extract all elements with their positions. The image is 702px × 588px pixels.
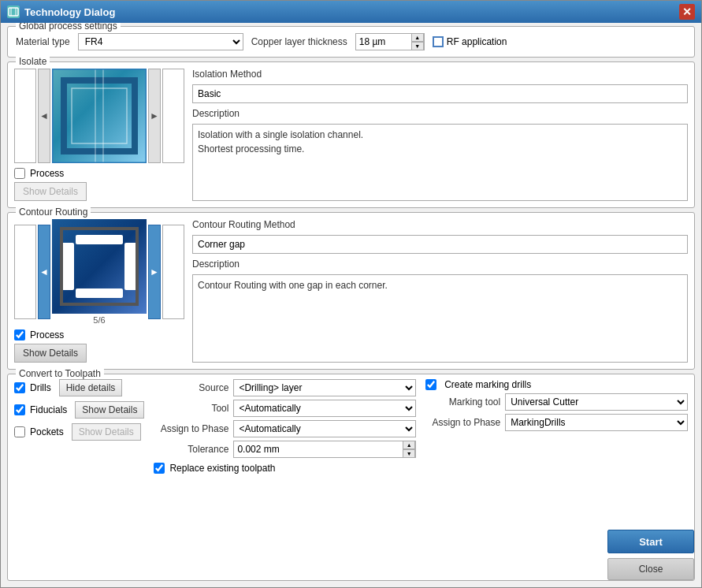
close-button[interactable]: ✕	[679, 4, 695, 20]
contour-method-input[interactable]	[192, 235, 688, 254]
spin-buttons: ▲ ▼	[411, 33, 424, 50]
close-dialog-button[interactable]: Close	[607, 558, 694, 580]
tool-label: Tool	[154, 403, 228, 414]
isolate-image	[52, 69, 147, 163]
start-button[interactable]: Start	[607, 530, 694, 553]
isolate-next-arrow[interactable]: ►	[148, 69, 161, 163]
fiducials-label: Fiducials	[30, 404, 67, 415]
contour-label: Contour Routing	[16, 207, 91, 218]
title-bar-icon	[7, 6, 20, 18]
hide-details-btn[interactable]: Hide details	[59, 379, 123, 396]
marking-tool-row: Marking tool Universal Cutter	[425, 393, 688, 411]
isolate-process-row: Process	[14, 168, 184, 179]
svg-rect-6	[72, 88, 127, 143]
isolate-process-checkbox[interactable]	[14, 168, 25, 179]
source-select[interactable]: <Drilling> layer	[233, 379, 416, 396]
create-marking-checkbox[interactable]	[425, 379, 436, 390]
replace-checkbox[interactable]	[154, 463, 165, 474]
isolate-description[interactable]: Isolation with a single isolation channe…	[192, 124, 688, 201]
tolerance-spin-buttons: ▲ ▼	[403, 441, 415, 458]
isolate-desc-label: Description	[192, 108, 688, 119]
spin-up-btn[interactable]: ▲	[411, 33, 424, 42]
fiducials-checkbox[interactable]	[14, 404, 25, 415]
contour-prev-arrow[interactable]: ◄	[38, 225, 50, 319]
isolate-show-details-wrapper: Show Details	[14, 182, 184, 201]
source-label: Source	[154, 382, 228, 393]
isolate-show-details-btn[interactable]: Show Details	[14, 182, 87, 201]
replace-row: Replace existing toolpath	[154, 463, 416, 474]
spin-down-btn[interactable]: ▼	[411, 42, 424, 50]
isolate-group: Isolate ◄	[7, 61, 695, 208]
material-type-label: Material type	[16, 36, 70, 47]
copper-thickness-input[interactable]	[356, 34, 411, 50]
isolate-method-input[interactable]	[192, 84, 688, 103]
svg-rect-0	[9, 8, 18, 16]
global-settings-group: Global process settings Material type FR…	[7, 26, 695, 58]
copper-thickness-spinbox[interactable]: ▲ ▼	[355, 33, 425, 50]
marking-assign-row: Assign to Phase MarkingDrills	[425, 414, 688, 431]
svg-rect-15	[76, 288, 123, 298]
contour-right-panel	[162, 225, 184, 319]
replace-label: Replace existing toolpath	[169, 463, 275, 474]
marking-tool-label: Marking tool	[425, 396, 500, 408]
pockets-show-btn[interactable]: Show Details	[72, 423, 141, 441]
contour-method-label: Contour Routing Method	[192, 219, 688, 230]
material-type-select[interactable]: FR4	[78, 33, 243, 50]
rf-application-check[interactable]: RF application	[433, 36, 507, 47]
tolerance-label: Tolerance	[154, 444, 228, 455]
contour-left-panel	[14, 225, 36, 319]
convert-items: Drills Hide details Fiducials Show Detai…	[14, 379, 144, 441]
drills-label: Drills	[30, 382, 51, 393]
svg-rect-3	[64, 80, 135, 151]
pockets-label: Pockets	[30, 426, 64, 437]
tolerance-spinbox[interactable]: ▲ ▼	[233, 441, 416, 458]
source-row: Source <Drilling> layer	[154, 379, 416, 396]
convert-label: Convert to Toolpath	[16, 368, 104, 379]
isolate-carousel: ◄	[14, 69, 184, 201]
rf-label: RF application	[447, 36, 507, 47]
global-settings-row: Material type FR4 Copper layer thickness…	[16, 33, 686, 50]
isolate-process-label: Process	[30, 168, 64, 179]
contour-process-checkbox[interactable]	[14, 329, 25, 341]
convert-layout: Drills Hide details Fiducials Show Detai…	[14, 379, 688, 474]
convert-toolpath-group: Convert to Toolpath Drills Hide details …	[7, 374, 695, 581]
svg-rect-10	[60, 227, 139, 230]
contour-process-label: Process	[30, 329, 64, 341]
isolate-label: Isolate	[16, 56, 50, 67]
contour-group: Contour Routing ◄	[7, 212, 695, 370]
contour-image	[52, 219, 147, 314]
isolate-prev-arrow[interactable]: ◄	[38, 69, 50, 163]
rf-checkbox[interactable]	[433, 36, 444, 47]
isolate-method-label: Isolation Method	[192, 69, 688, 80]
drills-checkbox[interactable]	[14, 382, 25, 393]
assign-phase-select[interactable]: <Automatically	[233, 420, 416, 437]
marking-tool-select[interactable]: Universal Cutter	[505, 393, 688, 411]
carousel-row: ◄	[14, 69, 184, 163]
contour-next-arrow[interactable]: ►	[148, 225, 161, 319]
contour-show-details-btn[interactable]: Show Details	[14, 344, 87, 363]
pockets-checkbox[interactable]	[14, 426, 25, 437]
marking-assign-select[interactable]: MarkingDrills	[505, 414, 688, 431]
tolerance-up-btn[interactable]: ▲	[403, 441, 415, 449]
tolerance-input[interactable]	[234, 441, 403, 457]
fiducials-show-btn[interactable]: Show Details	[75, 401, 144, 419]
contour-description[interactable]: Contour Routing with one gap in each cor…	[192, 274, 688, 363]
svg-rect-14	[76, 235, 123, 244]
tolerance-down-btn[interactable]: ▼	[403, 449, 415, 458]
tolerance-row: Tolerance ▲ ▼	[154, 441, 416, 458]
isolate-right-panel	[162, 69, 184, 163]
global-settings-label: Global process settings	[16, 23, 121, 32]
svg-rect-12	[60, 227, 63, 306]
isolate-left-panel	[14, 69, 36, 163]
contour-carousel-row: ◄	[14, 219, 184, 325]
isolate-inner: ◄	[14, 69, 688, 201]
tool-select[interactable]: <Automatically	[233, 400, 416, 417]
fiducials-row: Fiducials Show Details	[14, 401, 144, 419]
bottom-buttons: Start Close	[607, 530, 694, 580]
svg-rect-11	[60, 303, 139, 306]
isolate-method-panel: Isolation Method Description Isolation w…	[192, 69, 688, 201]
assign-phase-label: Assign to Phase	[154, 423, 228, 434]
title-bar: Technology Dialog ✕	[1, 1, 701, 23]
contour-inner: ◄	[14, 219, 688, 363]
convert-middle: Source <Drilling> layer Tool <Automatica…	[154, 379, 416, 474]
